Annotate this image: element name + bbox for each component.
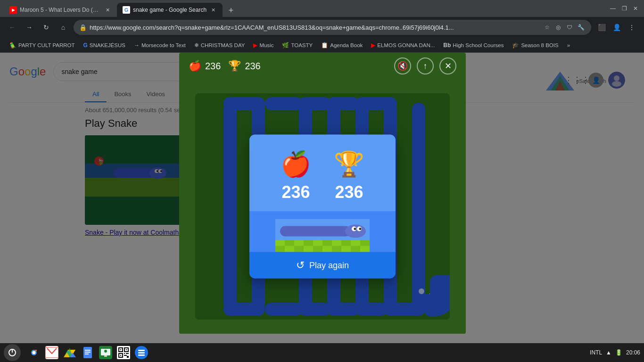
game-header-right: 🔇 ↑ ✕ xyxy=(394,58,456,74)
toolbar-right: ⬛ 👤 ⋮ xyxy=(595,21,638,34)
bookmark-music[interactable]: ▶ Music xyxy=(249,40,277,51)
svg-rect-105 xyxy=(124,353,125,354)
snake-game-widget: 🍎 236 🏆 236 🔇 ↑ ✕ xyxy=(179,53,466,334)
taskbar-files[interactable] xyxy=(134,345,149,360)
svg-rect-29 xyxy=(299,97,331,110)
svg-rect-111 xyxy=(138,352,145,354)
svg-rect-108 xyxy=(127,356,129,358)
bookmark-season8[interactable]: 🎓 Season 8 BOIS xyxy=(508,40,562,51)
modal-score-value: 236 xyxy=(281,182,310,202)
svg-rect-98 xyxy=(120,349,121,350)
play-again-button[interactable]: ↺ Play again xyxy=(249,252,396,279)
svg-point-45 xyxy=(354,228,356,230)
tab-favicon-yt: ▶ xyxy=(9,6,17,14)
svg-rect-51 xyxy=(313,240,322,246)
docs-icon xyxy=(81,346,94,359)
svg-rect-56 xyxy=(360,240,370,246)
bookmark-label-5: TOASTY xyxy=(291,42,313,48)
svg-rect-49 xyxy=(294,240,304,246)
tab-youtube[interactable]: ▶ Maroon 5 - What Lovers Do (Lyri... ✕ xyxy=(4,3,117,17)
svg-rect-35 xyxy=(265,303,303,316)
bookmark-agenda[interactable]: 📋 Agenda Book xyxy=(317,40,366,51)
bookmark-more[interactable]: » xyxy=(563,40,574,51)
svg-point-36 xyxy=(419,288,424,294)
current-score-value: 236 xyxy=(205,61,221,72)
svg-rect-106 xyxy=(126,353,129,354)
apple-score-icon: 🍎 xyxy=(189,60,201,72)
bookmark-morsecode[interactable]: → Morsecode to Text xyxy=(130,40,190,51)
maximize-button[interactable]: ❐ xyxy=(619,4,629,13)
svg-rect-58 xyxy=(285,246,294,252)
reload-button[interactable]: ↻ xyxy=(40,21,53,34)
bookmark-party-cult[interactable]: 🦜 PARTY CULT PARROT xyxy=(6,40,79,51)
bookmark-elmos[interactable]: ▶ ELMOS GONNA DAN... xyxy=(367,40,438,51)
svg-rect-54 xyxy=(341,240,351,246)
taskbar-docs[interactable] xyxy=(80,345,95,360)
wifi-icon: ▲ xyxy=(606,349,611,356)
taskbar-drive[interactable] xyxy=(62,345,77,360)
modal-high-score: 🏆 236 xyxy=(334,150,364,202)
svg-rect-50 xyxy=(304,240,313,246)
tab-close-yt[interactable]: ✕ xyxy=(104,6,111,14)
home-button[interactable]: ⌂ xyxy=(57,21,70,34)
page-content: Google snake game All Books Videos Ima xyxy=(0,53,644,362)
svg-rect-40 xyxy=(280,226,351,237)
qr-icon xyxy=(117,346,130,359)
back-button[interactable]: ← xyxy=(6,21,19,34)
modal-current-score: 🍎 236 xyxy=(281,150,311,202)
lens-icon[interactable]: ◎ xyxy=(553,23,563,32)
svg-rect-18 xyxy=(412,103,425,310)
bookmark-favicon-5: 🌿 xyxy=(282,42,289,49)
chrome-icon xyxy=(27,346,41,359)
tab-google[interactable]: G snake game - Google Search ✕ xyxy=(117,3,223,17)
chrome-ext-icon[interactable]: 🔧 xyxy=(576,23,586,32)
svg-rect-112 xyxy=(138,354,145,356)
minimize-button[interactable]: — xyxy=(608,4,618,13)
tab-close-google[interactable]: ✕ xyxy=(209,6,217,14)
taskbar-right: INTL ▲ 🔋 20:06 xyxy=(590,349,640,356)
bookmark-favicon-4: ▶ xyxy=(253,42,257,49)
bookmark-christmas[interactable]: ❄ CHRISTMAS DAY xyxy=(190,40,249,51)
bookmark-label-1: SNAKEJÉSUS xyxy=(90,42,125,48)
menu-icon[interactable]: ⋮ xyxy=(625,21,638,34)
title-bar: ▶ Maroon 5 - What Lovers Do (Lyri... ✕ G… xyxy=(0,0,644,17)
game-header: 🍎 236 🏆 236 🔇 ↑ ✕ xyxy=(179,53,466,79)
bookmark-blackboard[interactable]: Bb High School Courses xyxy=(439,40,507,51)
taskbar-gmail[interactable] xyxy=(44,345,59,360)
svg-rect-28 xyxy=(327,97,359,110)
bookmark-favicon-6: 📋 xyxy=(321,42,328,49)
svg-rect-33 xyxy=(223,303,265,316)
svg-rect-93 xyxy=(104,355,107,357)
bookmark-icon[interactable]: ☆ xyxy=(542,23,552,32)
bookmark-more-label: » xyxy=(567,42,570,48)
forward-button[interactable]: → xyxy=(23,21,36,34)
svg-rect-26 xyxy=(299,303,331,316)
trophy-score-icon: 🏆 xyxy=(228,60,241,72)
extensions-icon[interactable]: ⬛ xyxy=(595,21,608,34)
clock: 20:06 xyxy=(626,349,640,356)
bookmark-toasty[interactable]: 🌿 TOASTY xyxy=(278,40,316,51)
bookmark-snakejesus[interactable]: G SNAKEJÉSUS xyxy=(80,40,129,51)
modal-score-area: 🍎 236 🏆 236 xyxy=(249,135,396,212)
taskbar-qr[interactable] xyxy=(116,345,131,360)
bookmark-label-7: ELMOS GONNA DAN... xyxy=(377,42,435,48)
classroom-icon xyxy=(99,346,112,359)
taskbar-chrome[interactable] xyxy=(26,345,41,360)
taskbar-power[interactable] xyxy=(4,344,21,361)
new-tab-button[interactable]: + xyxy=(224,4,238,17)
bookmark-favicon-2: → xyxy=(134,42,140,49)
mute-button[interactable]: 🔇 xyxy=(394,58,411,74)
modal-trophy-icon: 🏆 xyxy=(334,150,364,179)
game-close-button[interactable]: ✕ xyxy=(439,58,456,74)
shield-icon[interactable]: 🛡 xyxy=(565,23,574,32)
svg-rect-101 xyxy=(126,349,127,350)
profile-icon[interactable]: 👤 xyxy=(610,21,623,34)
svg-rect-88 xyxy=(85,350,91,351)
share-button[interactable]: ↑ xyxy=(417,58,434,74)
address-input[interactable]: 🔒 https://www.google.com/search?q=snake+… xyxy=(74,20,591,35)
taskbar-classroom[interactable] xyxy=(98,345,113,360)
close-button[interactable]: ✕ xyxy=(631,4,640,13)
address-icons: ☆ ◎ 🛡 🔧 xyxy=(542,23,586,32)
svg-rect-104 xyxy=(120,355,121,356)
gmail-icon xyxy=(45,346,58,359)
